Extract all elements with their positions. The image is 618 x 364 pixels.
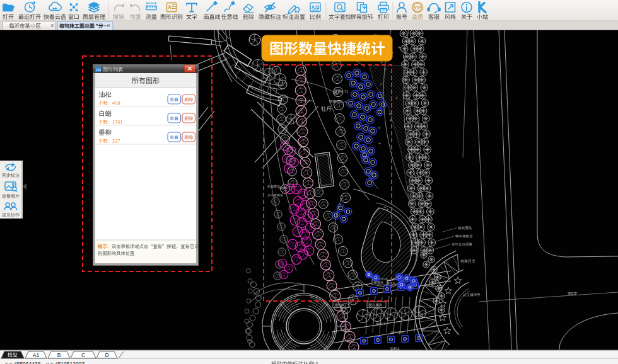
svg-text:A1: A1 — [33, 352, 40, 358]
svg-text:x = 455064438 y = 4510512003: x = 455064438 y = 4510512003 — [5, 361, 85, 364]
svg-text:D: D — [105, 352, 108, 358]
svg-text:B: B — [57, 352, 61, 358]
svg-text:C: C — [81, 352, 85, 358]
